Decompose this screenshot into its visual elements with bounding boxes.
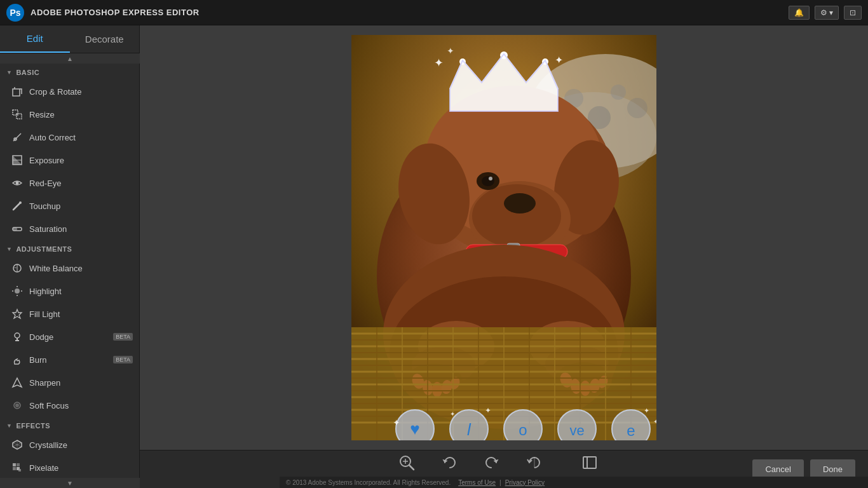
red-eye-icon — [10, 176, 24, 190]
crop-rotate-icon — [10, 85, 24, 98]
sidebar-scroll[interactable]: ▼ BASIC Crop & Rotate — [0, 64, 139, 478]
titlebar: Ps ADOBE PHOTOSHOP EXPRESS EDITOR 🔔 ⚙ ▾ … — [0, 0, 868, 25]
privacy-policy-link[interactable]: Privacy Policy — [505, 479, 545, 486]
svg-rect-13 — [13, 227, 17, 231]
redo-icon — [484, 454, 500, 475]
crystallize-label: Crystallize — [29, 440, 133, 450]
svg-point-22 — [15, 333, 20, 338]
sharpen-icon — [10, 376, 24, 390]
exposure-icon — [10, 153, 24, 167]
terms-of-use-link[interactable]: Terms of Use — [458, 479, 496, 486]
dodge-badge: BETA — [113, 333, 133, 341]
photo-svg: ✦ ✦ ✦ ♥ l o ve — [351, 35, 656, 440]
highlight-label: Highlight — [29, 287, 133, 296]
svg-marker-21 — [13, 309, 22, 318]
app-title: ADOBE PHOTOSHOP EXPRESS EDITOR — [31, 8, 789, 17]
main-layout: Edit Decorate ▲ ▼ BASIC — [0, 25, 868, 488]
arrow-icon-adj: ▼ — [6, 246, 12, 252]
white-balance-icon — [10, 261, 24, 275]
auto-correct-label: Auto Correct — [29, 133, 133, 142]
sidebar-item-fill-light[interactable]: Fill Light — [0, 302, 139, 325]
sharpen-label: Sharpen — [29, 378, 133, 388]
sidebar-item-pixelate[interactable]: Pixelate — [0, 456, 139, 478]
arrow-icon: ▼ — [6, 69, 12, 76]
highlight-icon — [10, 284, 24, 298]
footer-separator2: | — [499, 479, 501, 486]
sidebar-item-soft-focus[interactable]: Soft Focus — [0, 394, 139, 417]
crystallize-icon — [10, 438, 24, 452]
svg-rect-32 — [13, 463, 16, 466]
svg-line-131 — [409, 465, 414, 470]
section-header-adjustments[interactable]: ▼ ADJUSTMENTS — [0, 240, 139, 257]
svg-point-46 — [611, 85, 626, 100]
pixelate-icon — [10, 461, 24, 475]
sidebar-item-crystallize[interactable]: Crystallize — [0, 433, 139, 456]
content-area: ✦ ✦ ✦ ♥ l o ve — [140, 25, 868, 488]
resize-label: Resize — [29, 110, 133, 119]
view-original-icon — [581, 454, 598, 475]
canvas-area: ✦ ✦ ✦ ♥ l o ve — [140, 25, 868, 450]
burn-badge: BETA — [113, 356, 133, 363]
sidebar-item-resize[interactable]: Resize — [0, 103, 139, 126]
sidebar-item-exposure[interactable]: Exposure — [0, 149, 139, 172]
logo-letter: Ps — [10, 8, 20, 18]
white-balance-label: White Balance — [29, 264, 133, 273]
section-header-effects[interactable]: ▼ EFFECTS — [0, 417, 139, 433]
window-size-icon[interactable]: ⊡ — [844, 6, 862, 20]
sidebar-item-sharpen[interactable]: Sharpen — [0, 371, 139, 394]
auto-correct-icon — [10, 130, 24, 144]
photo-container: ✦ ✦ ✦ ♥ l o ve — [351, 35, 656, 440]
svg-marker-25 — [13, 378, 22, 387]
arrow-icon-eff: ▼ — [6, 423, 12, 429]
touchup-label: Touchup — [29, 201, 133, 211]
tab-edit[interactable]: Edit — [0, 25, 70, 53]
svg-point-11 — [19, 201, 22, 204]
svg-rect-33 — [17, 463, 20, 466]
dodge-icon — [10, 330, 24, 344]
svg-point-27 — [15, 403, 19, 407]
fill-light-icon — [10, 307, 24, 321]
scroll-down-arrow[interactable]: ▼ — [0, 478, 140, 488]
sidebar-item-highlight[interactable]: Highlight — [0, 280, 139, 302]
sidebar-item-red-eye[interactable]: Red-Eye — [0, 172, 139, 194]
svg-rect-34 — [13, 467, 16, 470]
sidebar-item-auto-correct[interactable]: Auto Correct — [0, 126, 139, 149]
svg-text:✦: ✦ — [485, 406, 491, 415]
svg-rect-0 — [13, 89, 20, 96]
touchup-icon — [10, 199, 24, 213]
sidebar: Edit Decorate ▲ ▼ BASIC — [0, 25, 140, 488]
sidebar-item-touchup[interactable]: Touchup — [0, 194, 139, 217]
fill-light-label: Fill Light — [29, 309, 133, 319]
sidebar-item-burn[interactable]: Burn BETA — [0, 348, 139, 371]
svg-rect-1 — [13, 110, 18, 115]
section-header-basic[interactable]: ▼ BASIC — [0, 64, 139, 80]
svg-text:✦: ✦ — [393, 417, 400, 428]
exposure-label: Exposure — [29, 156, 133, 165]
svg-rect-136 — [587, 457, 596, 468]
burn-icon — [10, 353, 24, 367]
svg-rect-2 — [17, 114, 22, 119]
scroll-up-arrow[interactable]: ▲ — [0, 53, 140, 64]
svg-text:✦: ✦ — [555, 55, 563, 65]
notification-icon[interactable]: 🔔 — [789, 6, 810, 20]
footer: © 2013 Adobe Systems Incorporated. All R… — [280, 477, 868, 488]
sidebar-item-crop-rotate[interactable]: Crop & Rotate — [0, 80, 139, 103]
burn-label: Burn — [29, 355, 111, 365]
svg-point-16 — [15, 288, 20, 294]
sidebar-item-dodge[interactable]: Dodge BETA — [0, 325, 139, 348]
saturation-icon — [10, 222, 24, 236]
sidebar-item-white-balance[interactable]: White Balance — [0, 257, 139, 280]
svg-text:♥: ♥ — [410, 419, 419, 438]
title-icons: 🔔 ⚙ ▾ ⊡ — [789, 6, 862, 20]
saturation-label: Saturation — [29, 224, 133, 234]
settings-icon[interactable]: ⚙ ▾ — [815, 6, 839, 20]
soft-focus-icon — [10, 398, 24, 412]
sidebar-item-saturation[interactable]: Saturation — [0, 217, 139, 240]
svg-text:✦: ✦ — [434, 57, 444, 69]
tab-decorate[interactable]: Decorate — [70, 25, 140, 53]
section-label-adjustments: ADJUSTMENTS — [16, 245, 72, 253]
pixelate-label: Pixelate — [29, 463, 133, 473]
section-label-effects: EFFECTS — [16, 422, 50, 430]
undo-icon — [441, 454, 458, 475]
edit-decorate-tabs: Edit Decorate — [0, 25, 139, 53]
